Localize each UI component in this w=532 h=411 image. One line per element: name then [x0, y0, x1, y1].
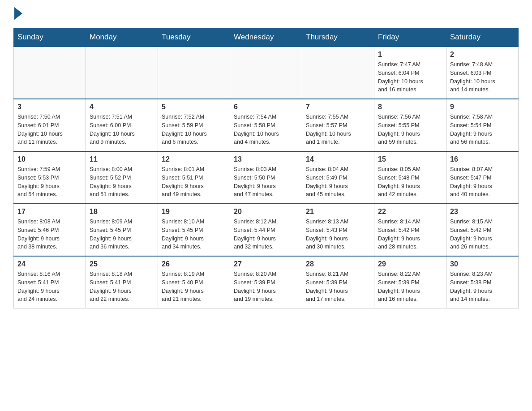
calendar-cell: 1Sunrise: 7:47 AM Sunset: 6:04 PM Daylig… [374, 47, 446, 99]
calendar-week-row: 10Sunrise: 7:59 AM Sunset: 5:53 PM Dayli… [14, 151, 519, 204]
day-info: Sunrise: 7:48 AM Sunset: 6:03 PM Dayligh… [450, 60, 515, 94]
day-number: 1 [378, 51, 442, 59]
day-number: 23 [450, 208, 515, 216]
calendar-cell: 11Sunrise: 8:00 AM Sunset: 5:52 PM Dayli… [86, 151, 158, 204]
calendar-cell: 20Sunrise: 8:12 AM Sunset: 5:44 PM Dayli… [230, 204, 302, 256]
day-info: Sunrise: 8:20 AM Sunset: 5:39 PM Dayligh… [234, 270, 298, 304]
day-number: 24 [17, 260, 82, 268]
calendar-cell [86, 47, 158, 99]
day-number: 28 [306, 260, 370, 268]
calendar-cell: 23Sunrise: 8:15 AM Sunset: 5:42 PM Dayli… [446, 204, 519, 256]
calendar-cell: 29Sunrise: 8:22 AM Sunset: 5:39 PM Dayli… [374, 256, 446, 308]
calendar-cell [158, 47, 230, 99]
calendar-cell: 16Sunrise: 8:07 AM Sunset: 5:47 PM Dayli… [446, 151, 519, 204]
calendar-cell: 24Sunrise: 8:16 AM Sunset: 5:41 PM Dayli… [14, 256, 86, 308]
day-number: 22 [378, 208, 442, 216]
calendar-cell [230, 47, 302, 99]
day-info: Sunrise: 7:50 AM Sunset: 6:01 PM Dayligh… [17, 113, 82, 146]
day-info: Sunrise: 8:07 AM Sunset: 5:47 PM Dayligh… [450, 165, 515, 199]
calendar-cell: 5Sunrise: 7:52 AM Sunset: 5:59 PM Daylig… [158, 99, 230, 151]
day-info: Sunrise: 8:09 AM Sunset: 5:45 PM Dayligh… [90, 218, 154, 251]
day-number: 10 [17, 155, 82, 163]
calendar-header-thursday: Thursday [302, 28, 374, 47]
day-number: 21 [306, 208, 370, 216]
calendar-week-row: 17Sunrise: 8:08 AM Sunset: 5:46 PM Dayli… [14, 204, 519, 256]
day-info: Sunrise: 8:08 AM Sunset: 5:46 PM Dayligh… [17, 218, 82, 251]
calendar-cell: 2Sunrise: 7:48 AM Sunset: 6:03 PM Daylig… [446, 47, 519, 99]
day-info: Sunrise: 7:55 AM Sunset: 5:57 PM Dayligh… [306, 113, 370, 146]
day-info: Sunrise: 8:16 AM Sunset: 5:41 PM Dayligh… [17, 270, 82, 304]
calendar-header-friday: Friday [374, 28, 446, 47]
calendar-header-tuesday: Tuesday [158, 28, 230, 47]
day-info: Sunrise: 8:01 AM Sunset: 5:51 PM Dayligh… [162, 165, 226, 199]
day-number: 3 [17, 103, 82, 111]
day-info: Sunrise: 8:03 AM Sunset: 5:50 PM Dayligh… [234, 165, 298, 199]
calendar-cell: 13Sunrise: 8:03 AM Sunset: 5:50 PM Dayli… [230, 151, 302, 204]
logo-chevron-icon [14, 7, 22, 20]
calendar-cell: 25Sunrise: 8:18 AM Sunset: 5:41 PM Dayli… [86, 256, 158, 308]
day-number: 2 [450, 51, 515, 59]
day-info: Sunrise: 8:15 AM Sunset: 5:42 PM Dayligh… [450, 218, 515, 251]
calendar-cell: 27Sunrise: 8:20 AM Sunset: 5:39 PM Dayli… [230, 256, 302, 308]
calendar-cell: 4Sunrise: 7:51 AM Sunset: 6:00 PM Daylig… [86, 99, 158, 151]
page-header [13, 9, 519, 20]
calendar-cell: 17Sunrise: 8:08 AM Sunset: 5:46 PM Dayli… [14, 204, 86, 256]
calendar-header-row: SundayMondayTuesdayWednesdayThursdayFrid… [14, 28, 519, 47]
day-info: Sunrise: 8:14 AM Sunset: 5:42 PM Dayligh… [378, 218, 442, 251]
day-info: Sunrise: 8:12 AM Sunset: 5:44 PM Dayligh… [234, 218, 298, 251]
calendar-cell: 6Sunrise: 7:54 AM Sunset: 5:58 PM Daylig… [230, 99, 302, 151]
calendar-cell: 21Sunrise: 8:13 AM Sunset: 5:43 PM Dayli… [302, 204, 374, 256]
day-info: Sunrise: 8:18 AM Sunset: 5:41 PM Dayligh… [90, 270, 154, 304]
day-number: 14 [306, 155, 370, 163]
day-info: Sunrise: 8:23 AM Sunset: 5:38 PM Dayligh… [450, 270, 515, 304]
day-info: Sunrise: 8:04 AM Sunset: 5:49 PM Dayligh… [306, 165, 370, 199]
calendar-header-sunday: Sunday [14, 28, 86, 47]
day-number: 30 [450, 260, 515, 268]
calendar-header-monday: Monday [86, 28, 158, 47]
day-info: Sunrise: 8:19 AM Sunset: 5:40 PM Dayligh… [162, 270, 226, 304]
calendar-cell: 7Sunrise: 7:55 AM Sunset: 5:57 PM Daylig… [302, 99, 374, 151]
day-number: 7 [306, 103, 370, 111]
calendar-cell: 19Sunrise: 8:10 AM Sunset: 5:45 PM Dayli… [158, 204, 230, 256]
day-number: 29 [378, 260, 442, 268]
day-number: 26 [162, 260, 226, 268]
calendar-cell: 15Sunrise: 8:05 AM Sunset: 5:48 PM Dayli… [374, 151, 446, 204]
day-info: Sunrise: 7:54 AM Sunset: 5:58 PM Dayligh… [234, 113, 298, 146]
day-info: Sunrise: 8:13 AM Sunset: 5:43 PM Dayligh… [306, 218, 370, 251]
day-info: Sunrise: 8:05 AM Sunset: 5:48 PM Dayligh… [378, 165, 442, 199]
calendar-cell: 26Sunrise: 8:19 AM Sunset: 5:40 PM Dayli… [158, 256, 230, 308]
day-number: 16 [450, 155, 515, 163]
calendar-cell [14, 47, 86, 99]
day-info: Sunrise: 7:56 AM Sunset: 5:55 PM Dayligh… [378, 113, 442, 146]
calendar-cell: 10Sunrise: 7:59 AM Sunset: 5:53 PM Dayli… [14, 151, 86, 204]
day-number: 19 [162, 208, 226, 216]
day-number: 17 [17, 208, 82, 216]
day-info: Sunrise: 7:47 AM Sunset: 6:04 PM Dayligh… [378, 60, 442, 94]
day-number: 18 [90, 208, 154, 216]
day-number: 9 [450, 103, 515, 111]
day-number: 25 [90, 260, 154, 268]
day-number: 15 [378, 155, 442, 163]
logo [13, 9, 23, 20]
day-number: 4 [90, 103, 154, 111]
day-number: 6 [234, 103, 298, 111]
day-number: 5 [162, 103, 226, 111]
day-info: Sunrise: 7:59 AM Sunset: 5:53 PM Dayligh… [17, 165, 82, 199]
day-info: Sunrise: 8:22 AM Sunset: 5:39 PM Dayligh… [378, 270, 442, 304]
calendar-week-row: 1Sunrise: 7:47 AM Sunset: 6:04 PM Daylig… [14, 47, 519, 99]
day-info: Sunrise: 7:51 AM Sunset: 6:00 PM Dayligh… [90, 113, 154, 146]
day-info: Sunrise: 7:52 AM Sunset: 5:59 PM Dayligh… [162, 113, 226, 146]
calendar-cell: 3Sunrise: 7:50 AM Sunset: 6:01 PM Daylig… [14, 99, 86, 151]
calendar-cell [302, 47, 374, 99]
calendar-header-saturday: Saturday [446, 28, 519, 47]
calendar-cell: 12Sunrise: 8:01 AM Sunset: 5:51 PM Dayli… [158, 151, 230, 204]
calendar-cell: 22Sunrise: 8:14 AM Sunset: 5:42 PM Dayli… [374, 204, 446, 256]
calendar-table: SundayMondayTuesdayWednesdayThursdayFrid… [13, 28, 519, 308]
day-number: 11 [90, 155, 154, 163]
day-number: 8 [378, 103, 442, 111]
calendar-cell: 30Sunrise: 8:23 AM Sunset: 5:38 PM Dayli… [446, 256, 519, 308]
calendar-cell: 8Sunrise: 7:56 AM Sunset: 5:55 PM Daylig… [374, 99, 446, 151]
day-info: Sunrise: 8:00 AM Sunset: 5:52 PM Dayligh… [90, 165, 154, 199]
day-number: 13 [234, 155, 298, 163]
calendar-cell: 9Sunrise: 7:58 AM Sunset: 5:54 PM Daylig… [446, 99, 519, 151]
